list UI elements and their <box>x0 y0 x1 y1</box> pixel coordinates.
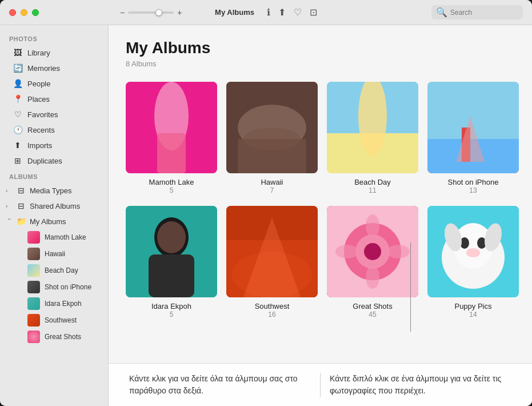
sidebar-group-my-albums[interactable]: › 📁 My Albums <box>0 214 108 229</box>
sidebar-item-recents[interactable]: 🕐 Recents <box>3 122 105 137</box>
shared-albums-icon: ⊟ <box>16 201 26 211</box>
app-window: − + My Albums ℹ ⬆ ♡ ⊡ 🔍 Photos <box>0 0 532 406</box>
album-name-beach-day: Beach Day <box>354 178 391 186</box>
album-name-idara-ekpoh: Idara Ekpoh <box>151 302 191 311</box>
zoom-slider-thumb[interactable] <box>155 9 162 16</box>
crop-icon[interactable]: ⊡ <box>310 7 317 18</box>
duplicates-icon: ⊞ <box>13 156 23 166</box>
shot-on-iphone-sub-label: Shot on iPhone <box>45 283 91 291</box>
tooltip-right-text: Κάντε διπλό κλικ σε ένα άλμπουμ για να δ… <box>330 373 511 397</box>
svg-point-25 <box>364 243 381 260</box>
great-shots-sub-label: Great Shots <box>45 333 81 341</box>
zoom-slider-area: − + <box>120 8 182 17</box>
chevron-icon-3: › <box>6 218 13 225</box>
album-item-great-shots[interactable]: Great Shots 45 <box>327 206 418 319</box>
sidebar: Photos 🖼 Library 🔄 Memories 👤 People 📍 P… <box>0 25 109 406</box>
titlebar: − + My Albums ℹ ⬆ ♡ ⊡ 🔍 <box>0 0 532 25</box>
media-types-label: Media Types <box>30 186 71 195</box>
mamoth-lake-sub-label: Mamoth Lake <box>45 233 86 241</box>
places-icon: 📍 <box>13 94 23 104</box>
hawaii-art <box>226 82 318 173</box>
shot-iphone-art <box>427 82 519 173</box>
heart-icon[interactable]: ♡ <box>294 7 302 18</box>
main-layout: Photos 🖼 Library 🔄 Memories 👤 People 📍 P… <box>0 25 532 406</box>
sidebar-item-library[interactable]: 🖼 Library <box>3 45 105 60</box>
shot-on-iphone-thumb <box>27 281 40 293</box>
minimize-button[interactable] <box>21 9 27 16</box>
memories-icon: 🔄 <box>13 63 23 73</box>
zoom-slider[interactable] <box>128 11 174 14</box>
chevron-icon: › <box>6 188 13 194</box>
sidebar-item-duplicates[interactable]: ⊞ Duplicates <box>3 153 105 168</box>
hawaii-sub-label: Hawaii <box>45 250 65 258</box>
sidebar-group-media-types[interactable]: › ⊟ Media Types <box>0 183 108 198</box>
tooltip-area: Κάντε κλικ για να δείτε όλα τα άλμπουμ σ… <box>109 363 532 406</box>
sidebar-item-imports[interactable]: ⬆ Imports <box>3 138 105 153</box>
album-name-puppy-pics: Puppy Pics <box>454 302 491 311</box>
southwest-sub-label: Southwest <box>45 316 77 324</box>
album-thumb-shot-on-iphone <box>427 82 519 173</box>
album-item-beach-day[interactable]: Beach Day 11 <box>327 82 418 194</box>
imports-icon: ⬆ <box>13 140 23 150</box>
search-icon: 🔍 <box>436 7 447 18</box>
album-item-idara-ekpoh[interactable]: Idara Ekpoh 5 <box>126 206 217 319</box>
sub-item-great-shots[interactable]: Great Shots <box>3 329 105 345</box>
sidebar-item-places[interactable]: 📍 Places <box>3 91 105 106</box>
people-label: People <box>27 79 50 88</box>
media-types-icon: ⊟ <box>16 185 26 196</box>
maximize-button[interactable] <box>32 9 39 16</box>
sub-item-idara-ekpoh[interactable]: Idara Ekpoh <box>3 296 105 312</box>
album-count-great-shots: 45 <box>369 311 376 319</box>
zoom-in-button[interactable]: + <box>177 8 182 17</box>
library-icon: 🖼 <box>13 47 23 58</box>
album-thumb-mamoth-lake <box>126 82 217 173</box>
sidebar-item-favorites[interactable]: ♡ Favorites <box>3 107 105 122</box>
shared-albums-label: Shared Albums <box>30 202 80 210</box>
mamoth-lake-art <box>126 82 217 173</box>
album-count-hawaii: 7 <box>270 186 274 194</box>
album-count-idara-ekpoh: 5 <box>170 311 174 319</box>
content-area: My Albums 8 Albums Mamoth Lake 5 <box>109 25 532 406</box>
sidebar-item-memories[interactable]: 🔄 Memories <box>3 61 105 75</box>
duplicates-label: Duplicates <box>27 157 62 165</box>
memories-label: Memories <box>27 64 60 73</box>
album-item-shot-on-iphone[interactable]: Shot on iPhone 13 <box>427 82 519 194</box>
sidebar-group-shared-albums[interactable]: › ⊟ Shared Albums <box>0 198 108 213</box>
album-name-mamoth-lake: Mamoth Lake <box>149 178 194 186</box>
svg-point-6 <box>243 128 301 150</box>
content-title: My Albums <box>126 39 515 57</box>
sub-item-shot-on-iphone[interactable]: Shot on iPhone <box>3 279 105 295</box>
album-name-hawaii: Hawaii <box>261 178 283 186</box>
sub-item-southwest[interactable]: Southwest <box>3 312 105 328</box>
zoom-out-button[interactable]: − <box>120 8 125 17</box>
album-item-southwest[interactable]: Southwest 16 <box>226 206 318 319</box>
albums-section-label: Albums <box>0 169 108 182</box>
album-thumb-hawaii <box>226 82 318 173</box>
share-icon[interactable]: ⬆ <box>278 7 286 18</box>
imports-label: Imports <box>27 141 52 150</box>
sub-item-mamoth-lake[interactable]: Mamoth Lake <box>3 229 105 245</box>
close-button[interactable] <box>9 9 16 16</box>
favorites-icon: ♡ <box>13 109 23 120</box>
album-count-beach-day: 11 <box>369 186 376 194</box>
search-input[interactable] <box>450 9 519 17</box>
great-shots-art <box>327 206 418 297</box>
library-label: Library <box>27 49 50 57</box>
mamoth-lake-thumb <box>27 231 40 244</box>
sidebar-item-people[interactable]: 👤 People <box>3 76 105 91</box>
info-icon[interactable]: ℹ <box>267 7 270 18</box>
sub-item-beach-day[interactable]: Beach Day <box>3 262 105 278</box>
album-item-mamoth-lake[interactable]: Mamoth Lake 5 <box>126 82 217 194</box>
album-item-puppy-pics[interactable]: Puppy Pics 14 <box>427 206 519 319</box>
southwest-art <box>226 206 318 297</box>
albums-grid: Mamoth Lake 5 Hawaii 7 <box>126 82 515 319</box>
idara-art <box>126 206 217 297</box>
sub-item-hawaii[interactable]: Hawaii <box>3 246 105 262</box>
tooltip-left: Κάντε κλικ για να δείτε όλα τα άλμπουμ σ… <box>120 373 321 397</box>
search-box[interactable]: 🔍 <box>431 5 523 19</box>
puppy-art <box>427 206 519 297</box>
chevron-icon-2: › <box>6 203 13 209</box>
album-item-hawaii[interactable]: Hawaii 7 <box>226 82 318 194</box>
hawaii-thumb <box>27 248 40 260</box>
favorites-label: Favorites <box>27 110 58 119</box>
